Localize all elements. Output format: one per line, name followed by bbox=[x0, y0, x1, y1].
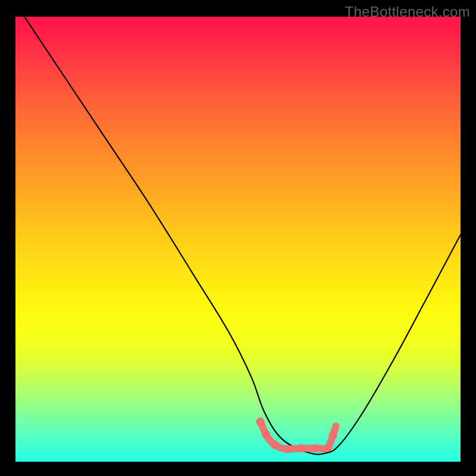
chart-plot-area bbox=[14, 15, 462, 463]
bottom-black-bar bbox=[0, 463, 476, 476]
watermark-text: TheBottleneck.com bbox=[345, 4, 470, 20]
chart-svg bbox=[15, 17, 461, 462]
bottleneck-curve-line bbox=[24, 17, 461, 455]
